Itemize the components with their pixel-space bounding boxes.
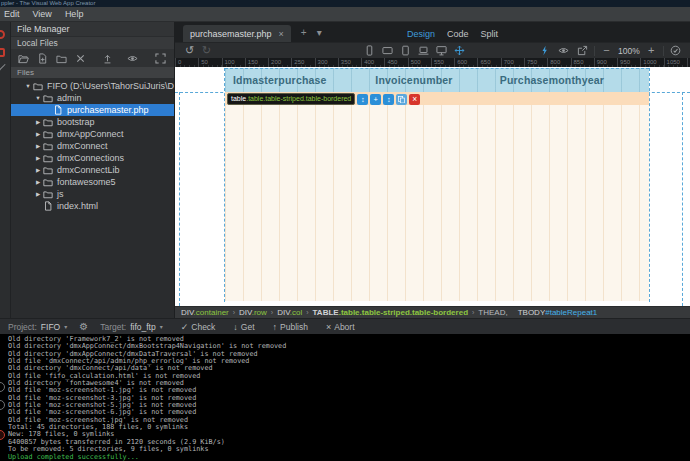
table-header-cell[interactable]: Invoicenumber — [367, 69, 491, 92]
tree-item-js[interactable]: ▶ js — [11, 188, 174, 200]
device-desktop-icon[interactable] — [435, 44, 448, 57]
new-tab-button[interactable]: + — [301, 27, 307, 38]
tab-list-caret-icon[interactable]: ▾ — [317, 27, 322, 38]
ftp-console-output[interactable]: Old directory 'Framework7_2' is not remo… — [0, 334, 690, 461]
zoom-out-icon[interactable]: − — [600, 44, 613, 57]
tri-closed-icon[interactable]: ▶ — [34, 191, 42, 197]
element-badge[interactable]: table.table.table-striped.table-bordered — [227, 93, 355, 105]
view-mode-code[interactable]: Code — [447, 29, 469, 39]
crumb-table[interactable]: TABLE.table.table-striped.table-bordered — [313, 308, 468, 317]
crumb-div-col[interactable]: DIV.col — [277, 308, 302, 317]
crumb-tbody[interactable]: TBODY#tableRepeat1 — [518, 308, 598, 317]
selected-table-element[interactable]: Idmasterpurchase Invoicenumber Purchasem… — [224, 68, 650, 302]
expand-panel-icon[interactable] — [154, 52, 167, 65]
tree-item-fifo-root[interactable]: ▼ FIFO (D:\Users\TahorSuiJuris\Desktop\F… — [11, 80, 174, 92]
project-status-bar: Project: FIFO ▾ ⚙ Target: fifo_ftp ▾ ✓Ch… — [0, 318, 690, 334]
tri-closed-icon[interactable]: ▶ — [34, 167, 42, 173]
new-file-icon[interactable] — [36, 52, 49, 65]
ruler-label: 600 — [454, 58, 477, 67]
tree-item-label: fontawesome5 — [57, 177, 116, 187]
redo-icon[interactable]: ↻ — [200, 44, 213, 57]
device-tablet-landscape-icon[interactable] — [381, 44, 394, 57]
tree-item-admin[interactable]: ▼ admin — [11, 92, 174, 104]
tri-closed-icon[interactable]: ▶ — [34, 131, 42, 137]
tree-item-bootstrap[interactable]: ▶ bootstrap — [11, 116, 174, 128]
tab-purchasemaster[interactable]: purchasemaster.php × — [183, 25, 291, 42]
target-name[interactable]: fifo_ftp — [130, 322, 156, 332]
tri-closed-icon[interactable]: ▶ — [34, 179, 42, 185]
move-element-button[interactable]: ↕ — [357, 94, 368, 105]
menu-edit[interactable]: Edit — [4, 9, 20, 19]
clipped-edge-icon — [0, 382, 5, 392]
new-folder-icon[interactable] — [55, 52, 68, 65]
table-header-row[interactable]: Idmasterpurchase Invoicenumber Purchasem… — [225, 68, 649, 92]
tree-item-fontawesome5[interactable]: ▶ fontawesome5 — [11, 176, 174, 188]
file-manager-panel: File Manager Local Files Files ▼ FIFO (D… — [11, 22, 175, 318]
tree-item-dmxconnections[interactable]: ▶ dmxConnections — [11, 152, 174, 164]
device-laptop-icon[interactable] — [417, 44, 430, 57]
delete-icon[interactable] — [74, 52, 87, 65]
get-button[interactable]: ↓Get — [233, 322, 254, 332]
zoom-level[interactable]: 100% — [618, 46, 640, 56]
view-mode-design[interactable]: Design — [407, 29, 435, 39]
duplicate-element-button[interactable] — [396, 94, 407, 105]
move-tool-icon[interactable] — [453, 44, 466, 57]
menu-view[interactable]: View — [33, 9, 52, 19]
table-header-cell[interactable]: Purchasemonthyear — [492, 69, 649, 92]
design-canvas[interactable]: Idmasterpurchase Invoicenumber Purchasem… — [175, 67, 690, 306]
target-label: Target: — [100, 322, 126, 332]
tree-item-dmxappconnect[interactable]: ▶ dmxAppConnect — [11, 128, 174, 140]
tree-item-label: admin — [57, 93, 82, 103]
tri-open-icon[interactable]: ▼ — [34, 95, 42, 101]
add-element-button[interactable]: + — [370, 94, 381, 105]
abort-button[interactable]: ×Abort — [326, 322, 355, 332]
open-folder-icon[interactable] — [17, 52, 30, 65]
crumb-div-row[interactable]: DIV.row — [239, 308, 267, 317]
container-edge-dashed-line — [682, 92, 683, 306]
folder-icon — [43, 165, 53, 175]
clipped-red-icon — [0, 48, 5, 57]
menu-help[interactable]: Help — [65, 9, 84, 19]
tree-item-dmxconnect[interactable]: ▶ dmxConnect — [11, 140, 174, 152]
ruler-label: 500 — [408, 58, 431, 67]
tree-item-purchasemaster-selected[interactable]: purchasemaster.php — [11, 104, 174, 116]
preview-eye-icon[interactable] — [126, 52, 139, 65]
app-connect-bolt-icon[interactable] — [538, 44, 551, 57]
ruler-label: 100 — [222, 58, 245, 67]
crumb-div-container[interactable]: DIV.container — [181, 308, 229, 317]
tri-closed-icon[interactable]: ▶ — [34, 143, 42, 149]
tree-item-dmxconnectlib[interactable]: ▶ dmxConnectLib — [11, 164, 174, 176]
upload-icon[interactable] — [101, 52, 114, 65]
tri-open-icon[interactable]: ▼ — [24, 83, 32, 89]
tri-closed-icon[interactable]: ▶ — [34, 155, 42, 161]
device-tablet-portrait-icon[interactable] — [399, 44, 412, 57]
tree-item-indexhtml[interactable]: index.html — [11, 200, 174, 212]
file-manager-title: File Manager — [11, 22, 174, 36]
view-mode-split[interactable]: Split — [481, 29, 499, 39]
tab-close-icon[interactable]: × — [279, 29, 284, 39]
crumb-thead[interactable]: THEAD, — [478, 308, 507, 317]
project-caret-icon[interactable]: ▾ — [64, 323, 67, 330]
folder-icon — [43, 117, 53, 127]
reorder-element-button[interactable]: ↕ — [383, 94, 394, 105]
zoom-in-icon[interactable]: + — [645, 44, 658, 57]
open-in-browser-icon[interactable] — [576, 44, 589, 57]
preview-eye-icon[interactable] — [557, 44, 570, 57]
undo-icon[interactable]: ↺ — [183, 44, 196, 57]
table-header-cell[interactable]: Idmasterpurchase — [225, 69, 367, 92]
clipped-edge-icon — [0, 430, 5, 440]
device-phone-icon[interactable] — [363, 44, 376, 57]
target-caret-icon[interactable]: ▾ — [160, 323, 163, 330]
project-name[interactable]: FIFO — [41, 322, 60, 332]
ruler-label: 650 — [477, 58, 500, 67]
files-section-header[interactable]: Files — [11, 67, 174, 78]
ruler-label: 950 — [617, 58, 640, 67]
check-button[interactable]: ✓Check — [181, 322, 216, 332]
validate-check-icon[interactable] — [669, 44, 682, 57]
local-files-header[interactable]: Local Files — [11, 36, 174, 49]
table-body-area[interactable] — [225, 105, 649, 301]
delete-element-button[interactable]: × — [409, 94, 420, 105]
project-settings-gear-icon[interactable]: ⚙ — [79, 321, 88, 332]
publish-button[interactable]: ↑Publish — [273, 322, 308, 332]
tri-closed-icon[interactable]: ▶ — [34, 119, 42, 125]
